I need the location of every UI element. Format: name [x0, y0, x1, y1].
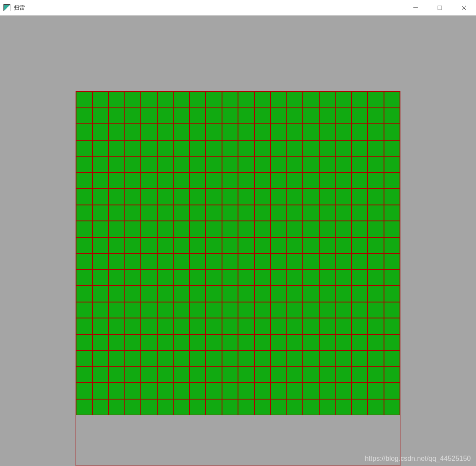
grid-cell[interactable]: [108, 140, 125, 157]
grid-cell[interactable]: [335, 156, 352, 173]
grid-cell[interactable]: [238, 253, 254, 270]
grid-cell[interactable]: [157, 221, 174, 237]
grid-cell[interactable]: [222, 318, 238, 334]
grid-cell[interactable]: [125, 189, 141, 205]
grid-cell[interactable]: [368, 270, 384, 286]
grid-cell[interactable]: [108, 334, 125, 351]
grid-cell[interactable]: [173, 253, 190, 270]
grid-cell[interactable]: [108, 253, 125, 270]
grid-cell[interactable]: [352, 173, 368, 189]
grid-cell[interactable]: [238, 302, 254, 318]
grid-cell[interactable]: [287, 334, 303, 351]
grid-cell[interactable]: [173, 237, 190, 254]
grid-cell[interactable]: [157, 91, 174, 108]
grid-cell[interactable]: [319, 221, 336, 237]
grid-cell[interactable]: [287, 108, 303, 124]
grid-cell[interactable]: [206, 140, 222, 157]
grid-cell[interactable]: [125, 350, 141, 367]
grid-cell[interactable]: [76, 253, 92, 270]
grid-cell[interactable]: [76, 270, 92, 286]
grid-cell[interactable]: [222, 189, 238, 205]
grid-cell[interactable]: [76, 108, 92, 124]
grid-cell[interactable]: [335, 350, 352, 367]
grid-cell[interactable]: [368, 237, 384, 254]
grid-cell[interactable]: [335, 302, 352, 318]
grid-cell[interactable]: [157, 334, 174, 351]
grid-cell[interactable]: [238, 286, 254, 302]
grid-cell[interactable]: [303, 270, 319, 286]
grid-cell[interactable]: [335, 334, 352, 351]
grid-cell[interactable]: [222, 399, 238, 416]
grid-cell[interactable]: [287, 205, 303, 221]
grid-cell[interactable]: [384, 173, 400, 189]
grid-cell[interactable]: [319, 108, 336, 124]
grid-cell[interactable]: [190, 350, 206, 367]
grid-cell[interactable]: [141, 286, 157, 302]
grid-cell[interactable]: [254, 221, 271, 237]
grid-cell[interactable]: [319, 367, 336, 383]
grid-cell[interactable]: [206, 221, 222, 237]
grid-cell[interactable]: [319, 140, 336, 157]
grid-cell[interactable]: [92, 253, 109, 270]
grid-cell[interactable]: [125, 205, 141, 221]
grid-cell[interactable]: [287, 237, 303, 254]
grid-cell[interactable]: [76, 334, 92, 351]
grid-cell[interactable]: [335, 124, 352, 140]
grid-cell[interactable]: [222, 270, 238, 286]
grid-cell[interactable]: [238, 221, 254, 237]
grid-cell[interactable]: [173, 221, 190, 237]
grid-cell[interactable]: [206, 237, 222, 254]
grid-cell[interactable]: [287, 173, 303, 189]
grid-cell[interactable]: [92, 189, 109, 205]
grid-cell[interactable]: [141, 221, 157, 237]
grid-cell[interactable]: [303, 108, 319, 124]
grid-cell[interactable]: [352, 91, 368, 108]
grid-cell[interactable]: [92, 383, 109, 399]
grid-cell[interactable]: [254, 350, 271, 367]
grid-cell[interactable]: [352, 124, 368, 140]
grid-cell[interactable]: [368, 286, 384, 302]
grid-cell[interactable]: [287, 253, 303, 270]
grid-cell[interactable]: [303, 189, 319, 205]
grid-cell[interactable]: [368, 140, 384, 157]
grid-cell[interactable]: [222, 237, 238, 254]
grid-cell[interactable]: [254, 108, 271, 124]
grid-cell[interactable]: [92, 399, 109, 416]
grid-cell[interactable]: [254, 173, 271, 189]
grid-cell[interactable]: [270, 367, 287, 383]
grid-cell[interactable]: [368, 383, 384, 399]
grid-cell[interactable]: [384, 399, 400, 416]
grid-cell[interactable]: [287, 189, 303, 205]
grid-cell[interactable]: [141, 334, 157, 351]
grid-cell[interactable]: [319, 302, 336, 318]
grid-cell[interactable]: [190, 367, 206, 383]
grid-cell[interactable]: [157, 367, 174, 383]
grid-cell[interactable]: [254, 302, 271, 318]
grid-cell[interactable]: [254, 367, 271, 383]
grid-cell[interactable]: [190, 286, 206, 302]
grid-cell[interactable]: [190, 205, 206, 221]
grid-cell[interactable]: [368, 350, 384, 367]
grid-cell[interactable]: [190, 383, 206, 399]
grid-cell[interactable]: [352, 350, 368, 367]
grid-cell[interactable]: [254, 237, 271, 254]
grid-cell[interactable]: [141, 302, 157, 318]
grid-cell[interactable]: [254, 334, 271, 351]
grid-cell[interactable]: [335, 383, 352, 399]
grid-cell[interactable]: [222, 91, 238, 108]
grid-cell[interactable]: [157, 189, 174, 205]
grid-cell[interactable]: [76, 237, 92, 254]
grid-cell[interactable]: [92, 350, 109, 367]
grid-cell[interactable]: [92, 302, 109, 318]
grid-cell[interactable]: [368, 205, 384, 221]
grid-cell[interactable]: [368, 318, 384, 334]
grid-cell[interactable]: [108, 108, 125, 124]
grid-cell[interactable]: [270, 383, 287, 399]
grid-cell[interactable]: [335, 253, 352, 270]
grid-cell[interactable]: [125, 383, 141, 399]
grid-cell[interactable]: [238, 399, 254, 416]
grid-cell[interactable]: [157, 205, 174, 221]
grid-cell[interactable]: [368, 302, 384, 318]
grid-cell[interactable]: [303, 205, 319, 221]
grid-cell[interactable]: [76, 140, 92, 157]
